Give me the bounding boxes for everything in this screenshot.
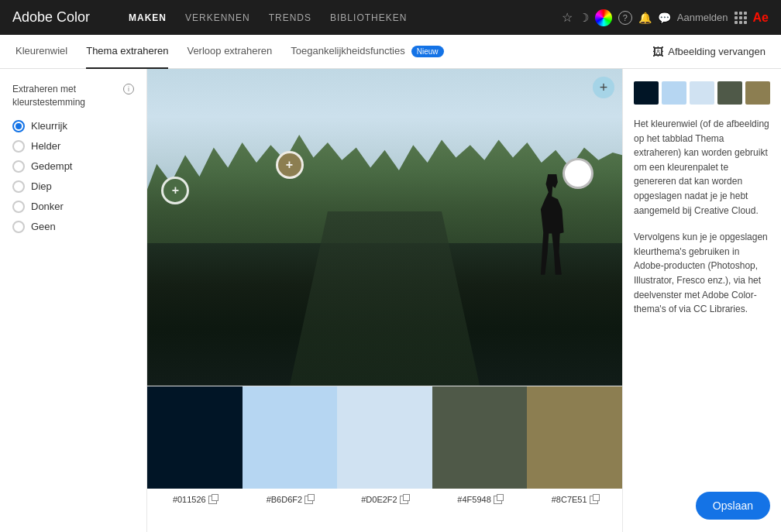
mood-geen[interactable]: Geen	[12, 221, 134, 233]
swatch-2[interactable]	[243, 386, 338, 489]
copy-icon-2[interactable]	[304, 496, 313, 504]
mood-kleurrijk-label: Kleurrijk	[31, 120, 67, 132]
swatch-label-4: #4F5948	[432, 495, 528, 504]
nav-icons: ☆ ☽ ? 🔔 💬 Aanmelden Ae	[562, 9, 769, 26]
image-container: + + +	[147, 69, 622, 386]
swatch-3[interactable]	[337, 386, 432, 489]
color-picker-2[interactable]: +	[276, 151, 304, 179]
extract-label-text: Extraheren met kleurstestemming	[12, 83, 120, 109]
info-text-2: Vervolgens kun je je opgeslagen kleurthe…	[634, 230, 770, 317]
image-icon: 🖼	[652, 45, 664, 58]
mood-donker-label: Donker	[31, 201, 64, 212]
picker-plus-2: +	[286, 158, 293, 172]
app-logo: Adobe Color	[12, 9, 113, 26]
copy-icon-1[interactable]	[208, 496, 217, 504]
copy-icon-4[interactable]	[494, 496, 502, 504]
swatch-labels: #011526 #B6D6F2 #D0E2F2	[147, 489, 622, 510]
moon-icon[interactable]: ☽	[579, 11, 589, 25]
nav-verkennen[interactable]: VERKENNEN	[185, 12, 250, 23]
palette-swatch-2	[662, 81, 686, 105]
palette-preview	[634, 81, 770, 105]
palette-swatch-3	[690, 81, 714, 105]
swatch-label-3: #D0E2F2	[337, 495, 432, 504]
swatch-hex-1: #011526	[173, 495, 206, 504]
tabs-bar: Kleurenwiel Thema extraheren Verloop ext…	[0, 35, 781, 69]
palette-swatch-4	[717, 81, 742, 105]
swatch-hex-5: #8C7E51	[552, 495, 587, 504]
swatch-label-5: #8C7E51	[527, 495, 622, 504]
palette-swatch-1	[634, 81, 659, 105]
top-nav: Adobe Color MAKEN VERKENNEN TRENDS BIBLI…	[0, 0, 781, 35]
mood-diep[interactable]: Diep	[12, 180, 134, 193]
swatch-hex-2: #B6D6F2	[267, 495, 302, 504]
radio-gedempt[interactable]	[12, 160, 25, 173]
mood-kleurrijk[interactable]: Kleurrijk	[12, 120, 134, 132]
swatch-4[interactable]	[432, 386, 528, 489]
right-panel: Het kleurenwiel (of de afbeelding op het…	[622, 69, 781, 532]
tab-kleurenwiel[interactable]: Kleurenwiel	[15, 35, 67, 69]
waffle-icon[interactable]	[735, 12, 747, 24]
help-icon[interactable]: ?	[618, 11, 632, 25]
copy-icon-5[interactable]	[590, 496, 598, 504]
add-button-top[interactable]: +	[593, 77, 614, 98]
info-text-1: Het kleurenwiel (of de afbeelding op het…	[634, 117, 770, 218]
mood-helder-label: Helder	[31, 140, 60, 152]
color-wheel-icon[interactable]	[595, 9, 612, 26]
chat-icon[interactable]: 💬	[658, 12, 671, 24]
main-content: Extraheren met kleurstestemming i Kleurr…	[0, 69, 781, 532]
color-picker-3[interactable]	[563, 158, 593, 189]
copy-icon-3[interactable]	[400, 496, 408, 504]
mood-gedempt[interactable]: Gedempt	[12, 160, 134, 173]
bell-icon[interactable]: 🔔	[638, 12, 652, 24]
picker-plus-1: +	[172, 184, 179, 197]
radio-donker[interactable]	[12, 201, 25, 213]
save-button[interactable]: Opslaan	[696, 492, 770, 520]
radio-diep[interactable]	[12, 180, 25, 193]
nav-bibliotheken[interactable]: BIBLIOTHEKEN	[330, 12, 407, 23]
swatches-wrapper: #011526 #B6D6F2 #D0E2F2	[147, 386, 622, 532]
replace-image-label: Afbeelding vervangen	[668, 46, 766, 57]
center-panel: + + + #011526	[147, 69, 622, 532]
swatch-label-2: #B6D6F2	[243, 495, 338, 504]
tab-verloop-extraheren[interactable]: Verloop extraheren	[187, 35, 272, 69]
left-panel: Extraheren met kleurstestemming i Kleurr…	[0, 69, 147, 532]
replace-image-button[interactable]: 🖼 Afbeelding vervangen	[652, 45, 766, 58]
mood-gedempt-label: Gedempt	[31, 160, 72, 172]
tab-thema-extraheren[interactable]: Thema extraheren	[86, 35, 168, 69]
signin-link[interactable]: Aanmelden	[677, 12, 728, 23]
mood-options: Kleurrijk Helder Gedempt Diep Donker Gee…	[12, 120, 134, 233]
radio-kleurrijk[interactable]	[12, 120, 25, 132]
swatch-1[interactable]	[147, 386, 243, 489]
nav-trends[interactable]: TRENDS	[269, 12, 311, 23]
swatch-hex-3: #D0E2F2	[361, 495, 397, 504]
mood-donker[interactable]: Donker	[12, 201, 134, 213]
mood-geen-label: Geen	[31, 221, 56, 232]
swatch-5[interactable]	[527, 386, 622, 489]
nav-links: MAKEN VERKENNEN TRENDS BIBLIOTHEKEN	[129, 12, 546, 23]
nav-maken[interactable]: MAKEN	[129, 12, 167, 23]
tab-toegankelijkheidsfuncties[interactable]: Toegankelijkheidsfuncties	[291, 35, 404, 69]
swatch-hex-4: #4F5948	[457, 495, 490, 504]
adobe-icon[interactable]: Ae	[753, 11, 769, 25]
mood-diep-label: Diep	[31, 180, 52, 192]
new-badge: Nieuw	[411, 46, 444, 57]
radio-geen[interactable]	[12, 221, 25, 233]
mood-helder[interactable]: Helder	[12, 140, 134, 153]
radio-helder[interactable]	[12, 140, 25, 153]
extract-label-wrapper: Extraheren met kleurstestemming i	[12, 83, 134, 109]
color-swatches	[147, 386, 622, 489]
palette-swatch-5	[745, 81, 770, 105]
info-icon[interactable]: i	[123, 84, 134, 94]
swatch-label-1: #011526	[147, 495, 243, 504]
star-icon[interactable]: ☆	[562, 10, 573, 25]
